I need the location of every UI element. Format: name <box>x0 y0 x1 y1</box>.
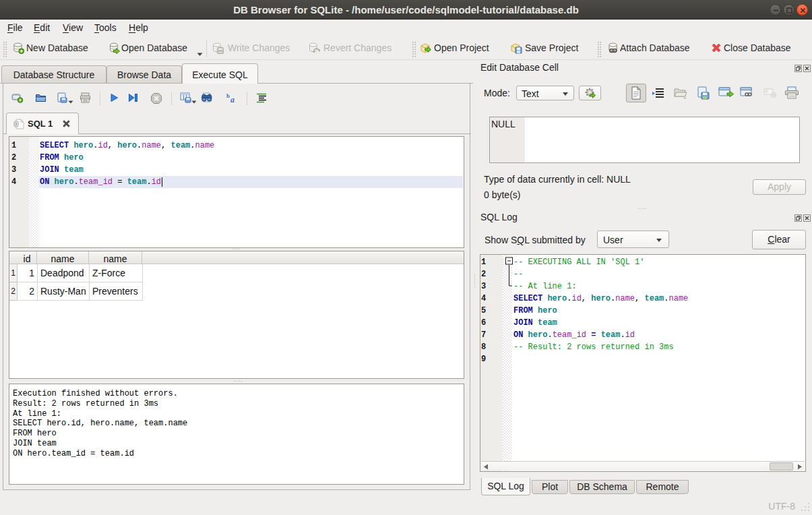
svg-text:a: a <box>230 95 235 104</box>
svg-text:b: b <box>226 92 230 99</box>
